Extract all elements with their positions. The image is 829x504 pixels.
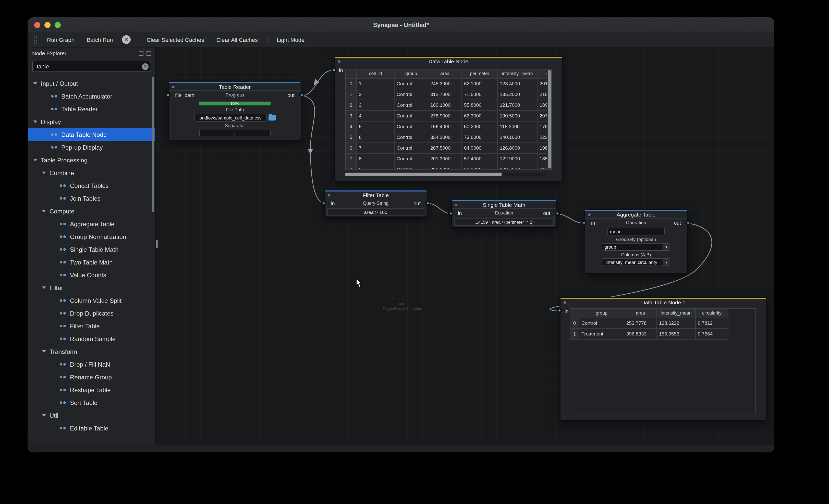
node-single-table-math[interactable]: Single Table Math in Equation out .14159… xyxy=(451,200,557,228)
tree-item-table-reader[interactable]: Table Reader xyxy=(28,103,155,115)
columns-input[interactable] xyxy=(602,258,663,266)
tree-category-compute[interactable]: Compute xyxy=(28,205,155,218)
disclosure-triangle-icon[interactable] xyxy=(42,286,46,289)
input-port[interactable] xyxy=(557,309,562,313)
table-cell: Control xyxy=(395,79,428,89)
collapse-dot-icon[interactable] xyxy=(588,213,590,216)
operation-input[interactable] xyxy=(608,228,664,236)
table-cell: Control xyxy=(395,89,428,100)
tree-item-sort-table[interactable]: Sort Table xyxy=(28,396,155,409)
disclosure-triangle-icon[interactable] xyxy=(42,414,46,417)
group-by-input[interactable] xyxy=(602,243,663,251)
data-table-widget[interactable]: cell_idgroupareaperimeterintensity_meani… xyxy=(345,69,552,170)
run-graph-button[interactable]: Run Graph xyxy=(44,34,78,45)
tree-item-group-normalization[interactable]: Group Normalization xyxy=(28,230,155,243)
output-port[interactable] xyxy=(555,211,560,215)
hint-line: Knot 1 xyxy=(361,302,442,307)
tree-item-single-table-math[interactable]: Single Table Math xyxy=(28,243,155,256)
stop-button[interactable]: ✕ xyxy=(122,35,131,44)
disclosure-triangle-icon[interactable] xyxy=(33,159,37,161)
clear-selected-caches-button[interactable]: Clear Selected Caches xyxy=(143,34,207,45)
close-panel-icon[interactable] xyxy=(146,51,151,56)
tree-category-transform[interactable]: Transform xyxy=(28,345,155,358)
table-row: 56Control334.200073.8000140.1000223 xyxy=(346,132,552,143)
float-panel-icon[interactable] xyxy=(139,51,143,56)
disclosure-triangle-icon[interactable] xyxy=(42,350,46,353)
equation-input[interactable]: .14159 * area / (perimeter ** 2) xyxy=(454,218,554,226)
close-window-button[interactable] xyxy=(34,22,40,28)
tree-item-rename-group[interactable]: Rename Group xyxy=(28,371,155,384)
tree-item-join-tables[interactable]: Join Tables xyxy=(28,192,155,205)
tree-category-table-processing[interactable]: Table Processing xyxy=(28,154,155,167)
tree-item-value-counts[interactable]: Value Counts xyxy=(28,268,155,281)
query-string-input[interactable]: area > 100 xyxy=(327,208,424,216)
tree-category-combine[interactable]: Combine xyxy=(28,167,155,179)
input-port-file-path[interactable] xyxy=(166,93,170,97)
light-mode-button[interactable]: Light Mode xyxy=(274,34,308,45)
tree-item-two-table-math[interactable]: Two Table Math xyxy=(28,256,155,268)
disclosure-triangle-icon[interactable] xyxy=(42,210,46,212)
disclosure-triangle-icon[interactable] xyxy=(42,172,46,174)
folder-browse-icon[interactable] xyxy=(268,115,276,120)
tree-category-input-output[interactable]: Input / Output xyxy=(28,77,155,90)
node-filter-table[interactable]: Filter Table in Query String out area > … xyxy=(324,190,427,217)
chevron-down-icon[interactable]: ▼ xyxy=(663,243,670,251)
input-port[interactable] xyxy=(332,68,336,72)
output-port[interactable] xyxy=(300,93,304,97)
tree-item-pop-up-display[interactable]: Pop-up Display xyxy=(28,141,155,154)
minimize-window-button[interactable] xyxy=(44,22,50,28)
collapse-dot-icon[interactable] xyxy=(338,60,340,63)
disclosure-triangle-icon[interactable] xyxy=(33,82,37,85)
output-port[interactable] xyxy=(686,221,690,225)
file-path-input[interactable] xyxy=(194,114,267,121)
tree-item-concat-tables[interactable]: Concat Tables xyxy=(28,179,155,192)
output-port[interactable] xyxy=(426,201,430,205)
table-cell: 253.7778 xyxy=(624,318,657,328)
search-input[interactable] xyxy=(32,61,151,72)
toolbar-drag-handle-icon[interactable] xyxy=(33,35,38,44)
panel-splitter-handle[interactable] xyxy=(156,240,158,248)
scrollbar-thumb[interactable] xyxy=(548,70,551,169)
tree-item-editable-table[interactable]: Editable Table xyxy=(28,422,155,435)
table-cell: 7 xyxy=(357,143,395,153)
collapse-dot-icon[interactable] xyxy=(455,204,457,206)
tree-category-filter[interactable]: Filter xyxy=(28,281,155,294)
table-horizontal-scrollbar[interactable] xyxy=(345,173,546,176)
node-table-reader[interactable]: Table Reader file_path Progress out 100%… xyxy=(169,82,301,140)
input-port[interactable] xyxy=(322,201,326,205)
data-table-widget[interactable]: groupareaintensity_meancircularity0Contr… xyxy=(570,309,756,414)
table-cell: 278.9000 xyxy=(428,111,462,121)
table-vertical-scrollbar[interactable] xyxy=(547,69,551,169)
tree-item-batch-accumulator[interactable]: Batch Accumulator xyxy=(28,90,155,103)
tree-item-reshape-table[interactable]: Reshape Table xyxy=(28,384,155,396)
tree-item-column-value-split[interactable]: Column Value Split xyxy=(28,294,155,307)
tree-item-aggregate-table[interactable]: Aggregate Table xyxy=(28,218,155,230)
tree-category-util[interactable]: Util xyxy=(28,409,155,422)
batch-run-button[interactable]: Batch Run xyxy=(84,34,116,45)
collapse-dot-icon[interactable] xyxy=(172,86,175,88)
tree-category-display[interactable]: Display xyxy=(28,115,155,128)
node-aggregate-table[interactable]: Aggregate Table in Operation out Group B… xyxy=(584,209,688,274)
scrollbar-thumb[interactable] xyxy=(345,173,502,176)
zoom-window-button[interactable] xyxy=(55,22,61,28)
input-port[interactable] xyxy=(449,211,453,215)
clear-all-caches-button[interactable]: Clear All Caches xyxy=(213,34,261,45)
tree-item-data-table-node[interactable]: Data Table Node xyxy=(28,128,155,141)
sidebar-scrollbar-thumb[interactable] xyxy=(152,77,154,212)
tree-item-filter-table[interactable]: Filter Table xyxy=(28,320,155,332)
collapse-dot-icon[interactable] xyxy=(328,194,330,196)
clear-search-icon[interactable]: ✕ xyxy=(142,63,149,70)
separator-input[interactable] xyxy=(199,130,271,136)
node-data-table-1[interactable]: Data Table Node 1 in groupareaintensity_… xyxy=(560,297,767,421)
input-port[interactable] xyxy=(582,221,586,225)
node-data-table[interactable]: Data Table Node in cell_idgroupareaperim… xyxy=(334,56,563,181)
disclosure-triangle-icon[interactable] xyxy=(33,120,37,123)
table-cell: 128.6222 xyxy=(657,318,696,328)
graph-canvas[interactable]: Table Reader file_path Progress out 100%… xyxy=(156,47,774,445)
chevron-down-icon[interactable]: ▼ xyxy=(663,258,670,266)
tree-item-drop-fill-nan[interactable]: Drop / Fill NaN xyxy=(28,358,155,371)
title-bar[interactable]: Synapse - Untitled* xyxy=(28,18,774,32)
collapse-dot-icon[interactable] xyxy=(564,301,566,304)
tree-item-drop-duplicates[interactable]: Drop Duplicates xyxy=(28,307,155,320)
tree-item-random-sample[interactable]: Random Sample xyxy=(28,332,155,345)
